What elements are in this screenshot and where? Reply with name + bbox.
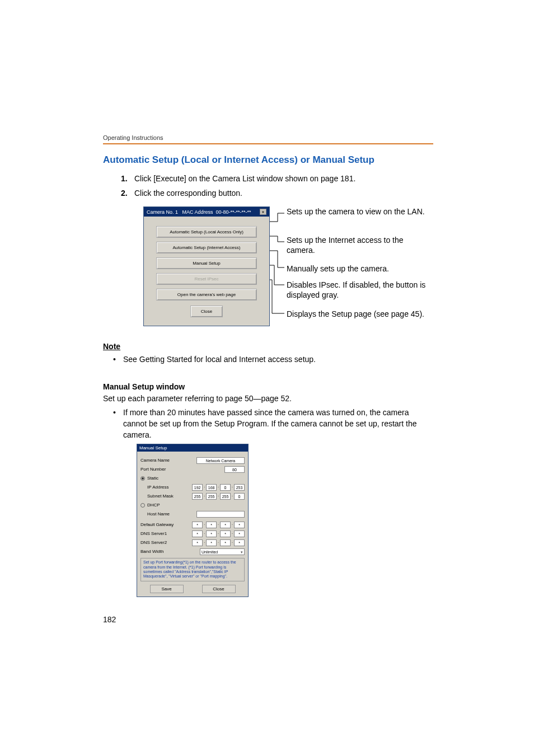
dialog-title-text: Camera No. 1 MAC Address 00-80-**-**-**-… (147, 209, 251, 215)
bandwidth-select[interactable]: Unlimited (200, 548, 245, 555)
dhcp-label: DHCP (147, 503, 245, 508)
dns1-label: DNS Server1 (140, 531, 192, 536)
dns1-field[interactable]: *. *. *. * (192, 530, 245, 537)
dhcp-radio[interactable] (140, 503, 145, 508)
bullet-dot: • (113, 407, 123, 440)
step-2: 2. Click the corresponding button. (121, 188, 433, 199)
step-number: 1. (121, 173, 134, 185)
ip-label: IP Address (147, 485, 192, 490)
manual-setup-button[interactable]: Manual Setup (156, 257, 257, 269)
step-1: 1. Click [Execute] on the Camera List wi… (121, 173, 433, 185)
setup-dialog: Camera No. 1 MAC Address 00-80-**-**-**-… (143, 206, 270, 326)
step-number: 2. (121, 188, 134, 199)
note-bullet: • See Getting Started for local and Inte… (113, 354, 433, 365)
callout-internet: Sets up the Internet access to the camer… (287, 235, 432, 255)
page-number: 182 (103, 615, 116, 624)
camera-name-field[interactable]: Network Camera (196, 457, 245, 464)
close-button[interactable]: Close (190, 306, 223, 317)
running-header: Operating Instructions (103, 134, 433, 144)
subnet-field[interactable]: 255. 255. 255. 0 (192, 493, 245, 500)
static-label: Static (147, 476, 245, 481)
bullet-dot: • (113, 354, 123, 365)
ms-close-button[interactable]: Close (202, 585, 236, 593)
gateway-field[interactable]: *. *. *. * (192, 522, 245, 528)
step-text: Click [Execute] on the Camera List windo… (134, 173, 355, 185)
ip-field[interactable]: 192. 168. 0. 253 (192, 484, 245, 491)
dns2-label: DNS Server2 (140, 540, 192, 545)
auto-local-button[interactable]: Automatic Setup (Local Access Only) (156, 226, 257, 238)
step-text: Click the corresponding button. (134, 188, 242, 199)
static-radio[interactable] (140, 476, 145, 481)
manual-setup-bullet-text: If more than 20 minutes have passed sinc… (123, 407, 433, 440)
manual-setup-intro: Set up each parameter referring to page … (103, 393, 433, 405)
save-button[interactable]: Save (150, 585, 184, 593)
port-label: Port Number (140, 467, 224, 472)
host-label: Host Name (147, 511, 196, 516)
manual-setup-heading: Manual Setup window (103, 382, 433, 391)
ms-titlebar: Manual Setup (137, 444, 248, 452)
port-forwarding-note: Set up Port forwarding(*1) on the router… (140, 558, 245, 581)
note-heading: Note (103, 342, 433, 351)
open-web-button[interactable]: Open the camera's web page (156, 289, 257, 300)
callout-lan: Sets up the camera to view on the LAN. (287, 206, 432, 217)
gateway-label: Default Gateway (140, 522, 192, 527)
callout-setup-page: Displays the Setup page (see page 45). (287, 309, 432, 319)
manual-setup-dialog: Manual Setup Camera Name Network Camera … (137, 444, 249, 597)
bandwidth-label: Band Width (140, 549, 200, 554)
host-field[interactable] (196, 511, 245, 518)
close-icon[interactable]: × (260, 209, 266, 215)
note-text: See Getting Started for local and Intern… (123, 354, 316, 365)
callout-manual: Manually sets up the camera. (287, 264, 432, 274)
callout-ipsec: Disables IPsec. If disabled, the button … (287, 280, 432, 300)
dns2-field[interactable]: *. *. *. * (192, 539, 245, 546)
camera-name-label: Camera Name (140, 458, 196, 463)
auto-internet-button[interactable]: Automatic Setup (Internet Access) (156, 242, 257, 253)
subnet-label: Subnet Mask (147, 494, 192, 499)
dialog-titlebar: Camera No. 1 MAC Address 00-80-**-**-**-… (144, 207, 269, 217)
manual-setup-bullet: • If more than 20 minutes have passed si… (113, 407, 433, 440)
port-field[interactable]: 80 (224, 466, 245, 473)
reset-ipsec-button[interactable]: Reset IPsec (156, 273, 257, 285)
section-title: Automatic Setup (Local or Internet Acces… (103, 154, 433, 166)
